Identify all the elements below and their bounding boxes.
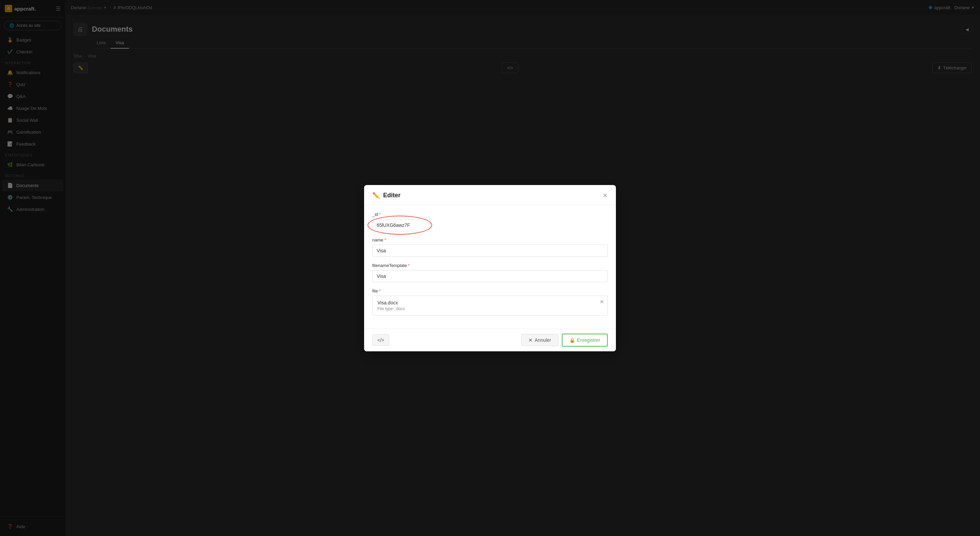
label-filename-template: filenameTemplate * [372,263,608,268]
required-marker-id: * [379,212,381,217]
required-marker-name: * [385,237,386,243]
field-file: file * ✕ Visa.docx File type: .docx [372,289,608,316]
modal-footer: </> ✕ Annuler 🔒 Enregistrer [364,328,616,351]
modal-header: ✏️ Editer ✕ [364,185,616,205]
save-button[interactable]: 🔒 Enregistrer [562,334,608,347]
code-brackets-icon: </> [377,338,384,343]
name-input[interactable] [372,244,608,257]
file-box: ✕ Visa.docx File type: .docx [372,295,608,316]
label-name: name * [372,237,608,243]
file-name: Visa.docx [377,300,603,305]
edit-modal: ✏️ Editer ✕ _id * name * [364,185,616,351]
field-id: _id * [372,212,608,231]
file-remove-button[interactable]: ✕ [600,299,604,305]
modal-body: _id * name * filenameTemplate [364,205,616,328]
required-marker-filename: * [408,263,410,268]
cancel-icon: ✕ [528,338,533,343]
edit-title-icon: ✏️ [372,192,380,199]
footer-actions: ✕ Annuler 🔒 Enregistrer [521,334,608,347]
required-marker-file: * [379,289,381,293]
cancel-button[interactable]: ✕ Annuler [521,334,558,346]
field-filename-template: filenameTemplate * [372,263,608,282]
label-file: file * [372,289,608,293]
file-type: File type: .docx [377,306,603,311]
id-input[interactable] [372,219,430,231]
field-name: name * [372,237,608,257]
filename-template-input[interactable] [372,270,608,282]
modal-close-button[interactable]: ✕ [603,192,608,199]
modal-title: ✏️ Editer [372,192,401,199]
save-icon: 🔒 [569,338,575,343]
modal-overlay: ✏️ Editer ✕ _id * name * [0,0,980,536]
code-button[interactable]: </> [372,334,389,346]
id-field-wrapper [372,219,608,231]
label-id: _id * [372,212,608,217]
